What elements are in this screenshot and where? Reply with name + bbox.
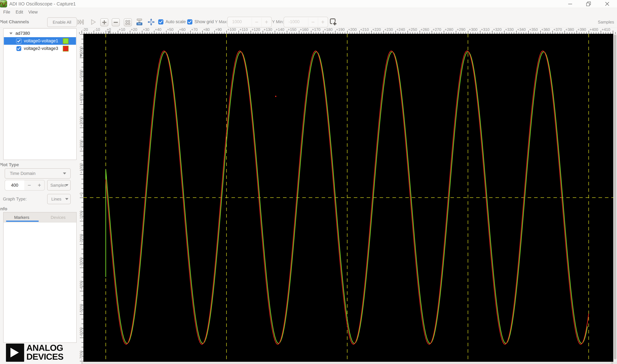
y-axis-tick [81,137,83,137]
x-axis-tick [214,31,215,34]
y-min-decrement-button[interactable]: − [308,17,318,27]
move-icon [147,18,155,26]
x-axis-tick [393,32,394,34]
sample-count-increment-button[interactable]: + [34,180,44,190]
sample-count-spinbox[interactable]: 400 − + [5,180,45,191]
plot-area[interactable] [83,34,613,362]
plot-domain-dropdown[interactable]: Time Domain [5,168,71,179]
new-capture-window-button[interactable] [329,18,337,26]
x-axis-tick [294,32,294,34]
vertical-scrollbar-thumb[interactable] [614,35,616,359]
graph-type-value: Lines [51,197,61,202]
play-button[interactable] [90,18,97,26]
x-axis-tick [429,32,430,34]
x-axis-tick-label: +360 [541,28,550,32]
y-axis-tick-label: +0 [79,193,83,197]
move-button[interactable] [147,18,155,26]
y-max-decrement-button[interactable]: − [252,17,262,27]
channel-row-voltage0[interactable]: voltage0-voltage1 [4,37,76,45]
sample-unit-dropdown[interactable]: Samples [47,180,71,191]
x-axis-tick [398,32,398,34]
auto-zoom-button[interactable] [136,18,143,26]
horizontal-scrollbar-thumb[interactable] [83,362,611,364]
x-axis-tick [178,31,179,34]
vertical-scrollbar[interactable] [613,34,617,362]
close-button[interactable] [604,1,610,7]
x-axis-tick-label: +80 [203,28,210,32]
tab-devices[interactable]: Devices [40,212,76,222]
y-axis-tick [81,109,83,109]
channel-color-swatch[interactable] [63,46,69,52]
maximize-button[interactable] [585,1,592,7]
x-axis-tick [255,32,256,34]
minimize-button[interactable] [567,1,573,7]
channel-color-swatch[interactable] [63,38,69,44]
horizontal-scrollbar[interactable] [81,362,613,364]
x-axis-tick [84,32,84,34]
y-axis-tick [81,207,83,207]
x-axis-tick [540,31,541,34]
x-axis-tick [89,32,89,34]
x-axis-tick [502,32,502,34]
x-axis-tick [381,32,381,34]
y-axis-tick [81,132,83,133]
y-axis-tick [81,347,83,347]
x-axis-tick [82,31,82,34]
x-axis-tick-label: +10 [119,28,125,32]
show-grid-checkbox[interactable] [187,19,192,25]
x-axis-tick [130,31,130,34]
x-axis-tick-label: +370 [553,28,562,32]
x-axis-tick [149,32,150,34]
x-axis-tick [258,32,258,34]
sample-count-decrement-button[interactable]: − [24,180,34,190]
sample-count-value[interactable]: 400 [5,180,24,190]
menu-view[interactable]: View [28,8,38,16]
channel-name: voltage0-voltage1 [24,39,58,43]
x-axis-tick [543,32,543,34]
x-axis-tick-label: +170 [312,28,320,32]
y-min-increment-button[interactable]: + [318,17,328,27]
y-axis-tick [80,174,83,175]
y-axis-tick [81,156,83,156]
x-axis-tick [507,32,507,34]
y-max-increment-button[interactable]: + [262,17,271,27]
check-icon [17,39,21,43]
zoom-out-button[interactable] [112,18,120,26]
x-axis-tick [521,32,521,34]
y-min-spinbox[interactable]: -1000 − + [284,17,328,27]
y-axis-ruler[interactable]: +6000+5000+4000+3000+2000+1000+0-1000-20… [79,34,83,362]
zoom-in-button[interactable] [100,18,108,26]
menu-edit[interactable]: Edit [16,8,23,16]
x-axis-tick [596,32,596,34]
x-axis-tick [441,32,442,34]
x-axis-tick [323,31,323,34]
enable-all-button[interactable]: Enable All [47,17,77,27]
x-axis-tick [427,32,427,34]
channel-name: voltage2-voltage3 [24,46,58,51]
zoom-fit-button[interactable] [124,18,132,26]
channel-checkbox[interactable] [16,39,21,43]
expander-icon[interactable] [9,33,13,34]
y-max-spinbox[interactable]: 1000 − + [227,17,272,27]
x-axis-ruler[interactable]: -20-10+0+10+20+30+40+50+60+70+80+90+100+… [79,28,617,34]
device-row-ad7380[interactable]: ad7380 [4,30,76,37]
x-axis-tick [369,32,369,34]
x-axis-tick [280,32,280,34]
x-axis-tick-label: +240 [396,28,405,32]
x-axis-tick [412,32,413,34]
graph-type-dropdown[interactable]: Lines [47,194,71,204]
channel-checkbox[interactable] [16,46,21,51]
x-axis-tick [533,32,533,34]
x-axis-tick [545,32,546,34]
x-axis-tick [359,31,360,34]
capture-skip-end-button[interactable] [77,18,84,26]
channel-row-voltage2[interactable]: voltage2-voltage3 [4,45,76,52]
x-axis-tick [231,32,232,34]
x-axis-tick [96,32,96,34]
auto-scale-checkbox[interactable] [158,19,163,25]
x-axis-tick-label: +190 [336,28,345,32]
menu-file[interactable]: File [3,8,10,16]
zoom-out-icon [114,20,118,25]
x-axis-tick [318,32,319,34]
x-axis-tick [519,32,519,34]
